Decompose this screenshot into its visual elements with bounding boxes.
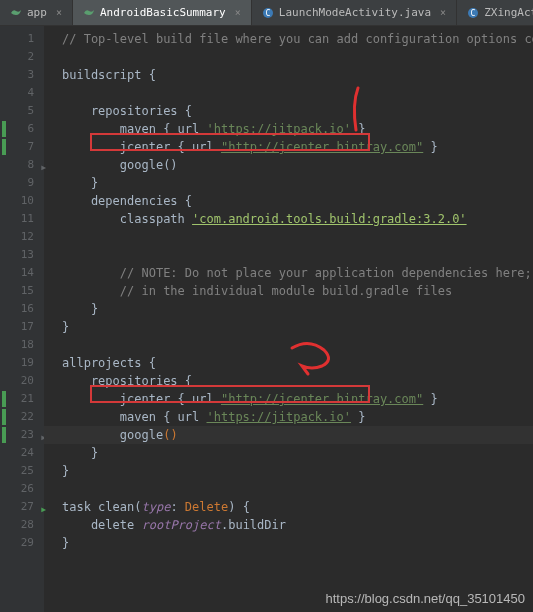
change-marker — [2, 121, 6, 137]
code-text: // in the individual module build.gradle… — [62, 284, 452, 298]
code-text: } — [351, 122, 365, 136]
line-number[interactable]: 6 — [0, 120, 44, 138]
close-icon[interactable]: × — [56, 7, 62, 18]
line-number[interactable]: 25 — [0, 462, 44, 480]
code-text: google() — [62, 158, 178, 172]
line-number[interactable]: 21 — [0, 390, 44, 408]
code-text: jcenter { url — [62, 140, 221, 154]
code-url: 'https://jitpack.io' — [207, 122, 352, 136]
code-area[interactable]: // Top-level build file where you can ad… — [44, 26, 533, 612]
code-text: } — [423, 392, 437, 406]
java-class-icon: C — [467, 7, 479, 19]
code-text: : — [170, 500, 184, 514]
line-number[interactable]: 29 — [0, 534, 44, 552]
line-number[interactable]: 23💡▶ — [0, 426, 44, 444]
code-url: "http://jcenter.bintray.com" — [221, 140, 423, 154]
watermark: https://blog.csdn.net/qq_35101450 — [326, 591, 526, 606]
code-text: allprojects { — [62, 356, 156, 370]
tab-label: app — [27, 6, 47, 19]
line-number[interactable]: 16 — [0, 300, 44, 318]
svg-text:C: C — [471, 9, 476, 18]
line-number[interactable]: 8▶ — [0, 156, 44, 174]
code-text: repositories { — [62, 374, 192, 388]
line-number[interactable]: 5 — [0, 102, 44, 120]
line-number[interactable]: 4 — [0, 84, 44, 102]
code-text: // Top-level build file where you can ad… — [62, 32, 533, 46]
line-number[interactable]: 11 — [0, 210, 44, 228]
code-text: } — [62, 446, 98, 460]
code-text: delete — [62, 518, 141, 532]
line-number[interactable]: 19 — [0, 354, 44, 372]
line-number[interactable]: 10 — [0, 192, 44, 210]
code-text: maven { url — [62, 122, 207, 136]
code-text: } — [423, 140, 437, 154]
code-text: maven { url — [62, 410, 207, 424]
tab-label: LaunchModeActivity.java — [279, 6, 431, 19]
code-text: buildscript { — [62, 68, 156, 82]
tab-app[interactable]: app × — [0, 0, 73, 25]
line-number[interactable]: 15 — [0, 282, 44, 300]
change-marker — [2, 139, 6, 155]
code-url: 'https://jitpack.io' — [207, 410, 352, 424]
code-text: Delete — [185, 500, 228, 514]
tab-androidbasicsummary[interactable]: AndroidBasicSummary × — [73, 0, 252, 25]
code-editor: 1 2 3 4 5 6 7 8▶ 9 10 11 12 13 14 15 16 … — [0, 26, 533, 612]
code-text: task clean( — [62, 500, 141, 514]
gutter: 1 2 3 4 5 6 7 8▶ 9 10 11 12 13 14 15 16 … — [0, 26, 44, 612]
code-text: } — [62, 536, 69, 550]
line-number[interactable]: 24 — [0, 444, 44, 462]
code-text: } — [351, 410, 365, 424]
line-number[interactable]: 12 — [0, 228, 44, 246]
tab-label: ZXingActi — [484, 6, 533, 19]
tab-launchmodeactivity[interactable]: C LaunchModeActivity.java × — [252, 0, 457, 25]
code-text: dependencies { — [62, 194, 192, 208]
gradle-icon — [10, 7, 22, 19]
code-text: } — [62, 320, 69, 334]
change-marker — [2, 391, 6, 407]
editor-tabs: app × AndroidBasicSummary × C LaunchMode… — [0, 0, 533, 26]
line-number[interactable]: 28 — [0, 516, 44, 534]
close-icon[interactable]: × — [440, 7, 446, 18]
line-number[interactable]: 27▶ — [0, 498, 44, 516]
code-text: } — [62, 176, 98, 190]
code-url: "http://jcenter.bintray.com" — [221, 392, 423, 406]
line-number[interactable]: 13 — [0, 246, 44, 264]
change-marker — [2, 427, 6, 443]
code-text: } — [62, 464, 69, 478]
code-text: type — [141, 500, 170, 514]
line-number[interactable]: 1 — [0, 30, 44, 48]
line-number[interactable]: 26 — [0, 480, 44, 498]
code-text: google — [62, 428, 163, 442]
tab-zxingactivity[interactable]: C ZXingActi — [457, 0, 533, 25]
gradle-icon — [83, 7, 95, 19]
code-text: jcenter { url — [62, 392, 221, 406]
line-number[interactable]: 18 — [0, 336, 44, 354]
line-number[interactable]: 2 — [0, 48, 44, 66]
tab-label: AndroidBasicSummary — [100, 6, 226, 19]
svg-text:C: C — [265, 9, 270, 18]
line-number[interactable]: 22 — [0, 408, 44, 426]
code-text: repositories { — [62, 104, 192, 118]
code-text: .buildDir — [221, 518, 286, 532]
code-dependency: 'com.android.tools.build:gradle:3.2.0' — [192, 212, 467, 226]
line-number[interactable]: 17 — [0, 318, 44, 336]
code-text: () — [163, 428, 177, 442]
line-number[interactable]: 20 — [0, 372, 44, 390]
java-class-icon: C — [262, 7, 274, 19]
code-text: rootProject — [141, 518, 220, 532]
code-text: } — [62, 302, 98, 316]
code-text: ) { — [228, 500, 250, 514]
line-number[interactable]: 3 — [0, 66, 44, 84]
code-text: classpath — [62, 212, 192, 226]
change-marker — [2, 409, 6, 425]
line-number[interactable]: 14 — [0, 264, 44, 282]
line-number[interactable]: 9 — [0, 174, 44, 192]
line-number[interactable]: 7 — [0, 138, 44, 156]
code-text: // NOTE: Do not place your application d… — [62, 266, 533, 280]
close-icon[interactable]: × — [235, 7, 241, 18]
